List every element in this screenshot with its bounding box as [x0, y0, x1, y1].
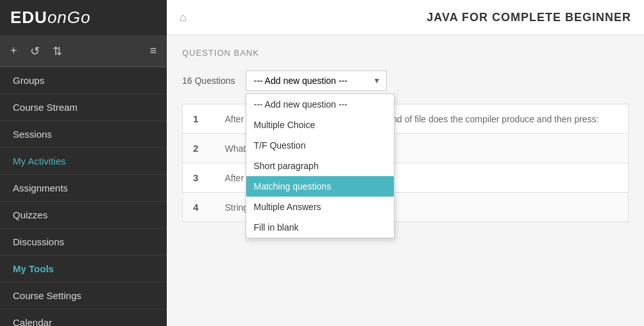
sidebar-item-assignments[interactable]: Assignments	[0, 175, 167, 202]
dropdown-wrapper: --- Add new question --- ▼ --- Add new q…	[246, 70, 387, 91]
dropdown-option-tf-question[interactable]: T/F Question	[246, 135, 394, 156]
sidebar-item-my-tools[interactable]: My Tools	[0, 256, 167, 282]
sidebar-item-groups[interactable]: Groups	[0, 67, 167, 94]
question-number: 2	[183, 134, 215, 163]
questions-controls: 16 Questions --- Add new question --- ▼ …	[182, 70, 629, 91]
add-icon[interactable]: +	[10, 44, 17, 58]
question-number: 3	[183, 163, 215, 193]
sidebar-item-course-stream[interactable]: Course Stream	[0, 94, 167, 121]
sidebar-item-course-settings[interactable]: Course Settings	[0, 282, 167, 309]
sidebar-item-quizzes[interactable]: Quizzes	[0, 202, 167, 229]
questions-count: 16 Questions	[182, 76, 235, 86]
dropdown-option-fill-in-blank[interactable]: Fill in blank	[246, 217, 394, 238]
main-header: ⌂ JAVA FOR COMPLETE BEGINNER	[167, 0, 644, 35]
dropdown-option-multiple-answers[interactable]: Multiple Answers	[246, 197, 394, 217]
question-number: 1	[183, 104, 215, 134]
sort-icon[interactable]: ⇅	[53, 44, 62, 58]
dropdown-option-matching-questions[interactable]: Matching questions	[246, 176, 394, 197]
toolbar: + ↺ ⇅ ≡	[0, 35, 167, 67]
dropdown-option-add-new[interactable]: --- Add new question ---	[246, 94, 394, 115]
question-number: 4	[183, 193, 215, 222]
dropdown-option-multiple-choice[interactable]: Multiple Choice	[246, 115, 394, 135]
content-area: QUESTION BANK 16 Questions --- Add new q…	[167, 35, 644, 326]
nav-menu: GroupsCourse StreamSessionsMy Activities…	[0, 67, 167, 326]
sidebar: EDUonGo + ↺ ⇅ ≡ GroupsCourse StreamSessi…	[0, 0, 167, 326]
menu-icon[interactable]: ≡	[149, 44, 157, 58]
sidebar-item-calendar[interactable]: Calendar	[0, 309, 167, 326]
home-icon[interactable]: ⌂	[180, 11, 187, 24]
course-title: JAVA FOR COMPLETE BEGINNER	[427, 11, 631, 24]
dropdown-arrow-icon: ▼	[373, 76, 381, 85]
add-question-dropdown-button[interactable]: --- Add new question --- ▼	[246, 70, 387, 91]
refresh-icon[interactable]: ↺	[30, 44, 40, 58]
dropdown-selected-label: --- Add new question ---	[254, 76, 348, 86]
question-type-dropdown[interactable]: --- Add new question ---Multiple ChoiceT…	[246, 94, 394, 238]
page-title: QUESTION BANK	[182, 48, 629, 58]
logo: EDUonGo	[10, 8, 91, 28]
sidebar-item-sessions[interactable]: Sessions	[0, 121, 167, 148]
main-content: ⌂ JAVA FOR COMPLETE BEGINNER QUESTION BA…	[167, 0, 644, 326]
dropdown-option-short-paragraph[interactable]: Short paragraph	[246, 156, 394, 176]
sidebar-item-my-activities[interactable]: My Activities	[0, 148, 167, 175]
sidebar-item-discussions[interactable]: Discussions	[0, 229, 167, 256]
logo-area: EDUonGo	[0, 0, 167, 35]
